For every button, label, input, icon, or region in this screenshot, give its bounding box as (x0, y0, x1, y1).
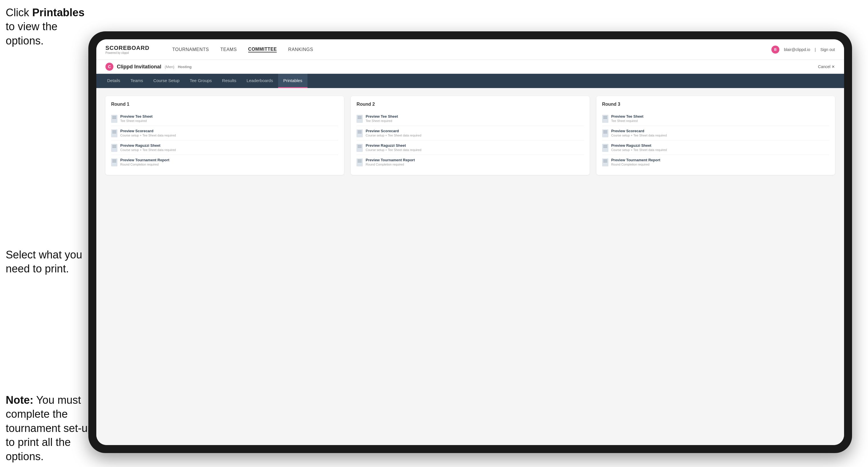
logo-scoreboard: SCOREBOARD (105, 45, 149, 51)
tab-tee-groups[interactable]: Tee Groups (185, 74, 217, 88)
tournament-badge: C (105, 63, 114, 71)
user-avatar: B (771, 45, 779, 54)
r1-tee-label: Preview Tee Sheet (120, 114, 152, 119)
r1-raguzzi-label: Preview Raguzzi Sheet (120, 143, 176, 148)
tee-sheet-icon-r2 (356, 115, 363, 123)
main-content: Round 1 Preview Tee Sheet Tee Sheet requ… (96, 88, 844, 445)
tournament-header: C Clippd Invitational (Men) Hosting Canc… (96, 60, 844, 74)
round-1-tournament-report[interactable]: Preview Tournament Report Round Completi… (111, 155, 338, 169)
tournament-tag: (Men) (165, 65, 175, 69)
user-email: blair@clippd.io (784, 47, 810, 52)
tournament-report-icon-r2 (356, 158, 363, 166)
round-3-scorecard[interactable]: Preview Scorecard Course setup + Tee She… (602, 126, 829, 141)
nav-committee[interactable]: COMMITTEE (248, 47, 277, 53)
top-nav: SCOREBOARD Powered by clippd TOURNAMENTS… (96, 39, 844, 60)
round-2-scorecard[interactable]: Preview Scorecard Course setup + Tee She… (356, 126, 584, 141)
round-3-section: Round 3 Preview Tee Sheet Tee Sheet requ… (596, 96, 835, 175)
tournament-title: C Clippd Invitational (Men) Hosting (105, 63, 191, 71)
logo-sub: Powered by clippd (105, 51, 149, 55)
r2-raguzzi-sublabel: Course setup + Tee Sheet data required (366, 148, 421, 152)
r2-scorecard-sublabel: Course setup + Tee Sheet data required (366, 134, 421, 137)
round-3-tournament-report[interactable]: Preview Tournament Report Round Completi… (602, 155, 829, 169)
round-1-scorecard[interactable]: Preview Scorecard Course setup + Tee She… (111, 126, 338, 141)
pipe-separator: | (815, 47, 816, 52)
r1-scorecard-sublabel: Course setup + Tee Sheet data required (120, 134, 176, 137)
scorecard-icon-r3 (602, 129, 609, 137)
tab-leaderboards[interactable]: Leaderboards (241, 74, 278, 88)
tablet-frame: SCOREBOARD Powered by clippd TOURNAMENTS… (88, 31, 852, 453)
r1-raguzzi-sublabel: Course setup + Tee Sheet data required (120, 148, 176, 152)
tab-printables[interactable]: Printables (278, 74, 308, 88)
tab-course-setup[interactable]: Course Setup (148, 74, 185, 88)
round-2-section: Round 2 Preview Tee Sheet Tee Sheet requ… (351, 96, 589, 175)
r2-scorecard-label: Preview Scorecard (366, 129, 421, 133)
r3-report-sublabel: Round Completion required (611, 163, 660, 166)
round-2-tournament-report[interactable]: Preview Tournament Report Round Completi… (356, 155, 584, 169)
nav-tournaments[interactable]: TOURNAMENTS (172, 47, 209, 52)
tab-results[interactable]: Results (217, 74, 241, 88)
instruction-middle: Select what you need to print. (6, 248, 88, 276)
round-1-title: Round 1 (111, 102, 338, 107)
sign-out-link[interactable]: Sign out (820, 47, 835, 52)
r3-raguzzi-sublabel: Course setup + Tee Sheet data required (611, 148, 667, 152)
tournament-status: Hosting (178, 65, 191, 69)
round-1-raguzzi[interactable]: Preview Raguzzi Sheet Course setup + Tee… (111, 141, 338, 155)
nav-rankings[interactable]: RANKINGS (288, 47, 313, 52)
cancel-button[interactable]: Cancel ✕ (818, 64, 835, 69)
r1-report-label: Preview Tournament Report (120, 158, 169, 162)
tab-details[interactable]: Details (102, 74, 125, 88)
round-3-raguzzi[interactable]: Preview Raguzzi Sheet Course setup + Tee… (602, 141, 829, 155)
r1-tee-sublabel: Tee Sheet required (120, 119, 152, 123)
r2-raguzzi-label: Preview Raguzzi Sheet (366, 143, 421, 148)
r3-tee-label: Preview Tee Sheet (611, 114, 644, 119)
r3-scorecard-label: Preview Scorecard (611, 129, 667, 133)
raguzzi-icon-r2 (356, 144, 363, 152)
instruction-bottom: Note: You must complete the tournament s… (6, 393, 97, 464)
tablet-screen: SCOREBOARD Powered by clippd TOURNAMENTS… (96, 39, 844, 445)
logo-area: SCOREBOARD Powered by clippd (105, 45, 149, 55)
tournament-report-icon-r1 (111, 158, 117, 166)
round-2-title: Round 2 (356, 102, 584, 107)
r3-scorecard-sublabel: Course setup + Tee Sheet data required (611, 134, 667, 137)
round-1-tee-sheet[interactable]: Preview Tee Sheet Tee Sheet required (111, 112, 338, 126)
r2-tee-label: Preview Tee Sheet (366, 114, 398, 119)
nav-teams[interactable]: TEAMS (220, 47, 237, 52)
r1-scorecard-label: Preview Scorecard (120, 129, 176, 133)
top-nav-right: B blair@clippd.io | Sign out (771, 45, 835, 54)
round-2-raguzzi[interactable]: Preview Raguzzi Sheet Course setup + Tee… (356, 141, 584, 155)
raguzzi-icon-r1 (111, 144, 117, 152)
round-3-title: Round 3 (602, 102, 829, 107)
round-3-tee-sheet[interactable]: Preview Tee Sheet Tee Sheet required (602, 112, 829, 126)
scorecard-icon-r1 (111, 129, 117, 137)
raguzzi-icon-r3 (602, 144, 609, 152)
r2-report-label: Preview Tournament Report (366, 158, 414, 162)
r3-raguzzi-label: Preview Raguzzi Sheet (611, 143, 667, 148)
round-1-section: Round 1 Preview Tee Sheet Tee Sheet requ… (105, 96, 344, 175)
r3-report-label: Preview Tournament Report (611, 158, 660, 162)
sub-nav: Details Teams Course Setup Tee Groups Re… (96, 74, 844, 88)
r2-report-sublabel: Round Completion required (366, 163, 414, 166)
rounds-grid: Round 1 Preview Tee Sheet Tee Sheet requ… (105, 96, 835, 175)
top-nav-links: TOURNAMENTS TEAMS COMMITTEE RANKINGS (172, 47, 313, 53)
scorecard-icon-r2 (356, 129, 363, 137)
tab-teams[interactable]: Teams (125, 74, 148, 88)
round-2-tee-sheet[interactable]: Preview Tee Sheet Tee Sheet required (356, 112, 584, 126)
tee-sheet-icon-r1 (111, 115, 117, 123)
tournament-name: Clippd Invitational (117, 64, 161, 70)
tee-sheet-icon-r3 (602, 115, 609, 123)
instruction-top: Click Printables to view the options. (6, 6, 88, 48)
tournament-report-icon-r3 (602, 158, 609, 166)
r1-report-sublabel: Round Completion required (120, 163, 169, 166)
r3-tee-sublabel: Tee Sheet required (611, 119, 644, 123)
r2-tee-sublabel: Tee Sheet required (366, 119, 398, 123)
